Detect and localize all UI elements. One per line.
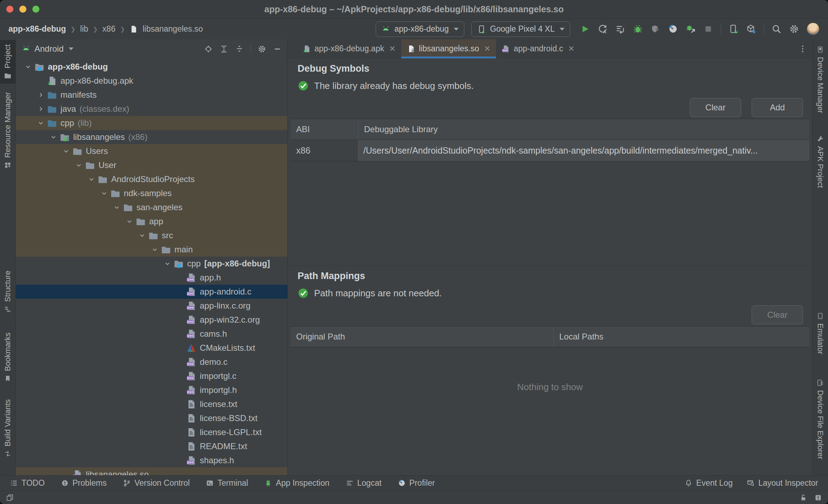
tree-item-san-angeles[interactable]: san-angeles — [16, 200, 287, 214]
attach-debugger-icon[interactable] — [686, 24, 696, 34]
device-manager-icon[interactable] — [728, 24, 739, 34]
tool-window-button-resource-manager[interactable]: Resource Manager — [0, 92, 15, 169]
chevron-down-icon[interactable] — [86, 175, 97, 183]
device-select[interactable]: Google Pixel 4 XL — [471, 21, 570, 37]
more-vert-icon[interactable] — [798, 39, 812, 58]
tool-window-button-device-file-explorer[interactable]: Device File Explorer — [813, 379, 828, 459]
tree-item-app-x86-debug[interactable]: app-x86-debug — [16, 60, 287, 74]
run-icon[interactable] — [580, 24, 590, 34]
tool-window-button-device-manager[interactable]: Device Manager — [813, 46, 828, 113]
tool-window-button-profiler[interactable]: Profiler — [398, 478, 435, 488]
project-view-selector[interactable]: Android — [34, 44, 64, 54]
tool-window-button-layout-inspector[interactable]: Layout Inspector — [747, 478, 818, 488]
add-button[interactable]: Add — [752, 98, 803, 117]
tree-item-shapes-h[interactable]: C++shapes.h — [16, 453, 287, 467]
chevron-down-icon[interactable] — [74, 161, 84, 169]
tree-item-users[interactable]: Users — [16, 144, 287, 158]
chevron-down-icon[interactable] — [69, 47, 74, 50]
tree-item-libsanangeles[interactable]: libsanangeles(x86) — [16, 130, 287, 144]
chevron-down-icon[interactable] — [162, 260, 173, 267]
tree-item-app[interactable]: app — [16, 214, 287, 228]
tree-item-src[interactable]: src — [16, 228, 287, 243]
tool-window-button-event-log[interactable]: Event Log — [684, 478, 733, 488]
tree-item-ndk-samples[interactable]: ndk-samples — [16, 186, 287, 200]
tree-item-importgl-c[interactable]: C++importgl.c — [16, 369, 287, 383]
tree-item-cpp[interactable]: cpp(lib) — [16, 116, 287, 130]
breadcrumb-item-app-x86-debug[interactable]: app-x86-debug — [8, 24, 66, 34]
chevron-right-icon[interactable] — [36, 91, 46, 99]
stop-icon[interactable] — [703, 24, 713, 34]
breadcrumb-item-libsanangeles-so[interactable]: libsanangeles.so — [142, 24, 203, 34]
avd-manager-icon[interactable] — [746, 24, 756, 34]
chevron-down-icon[interactable] — [137, 232, 147, 239]
tool-window-button-bookmarks[interactable]: Bookmarks — [0, 332, 15, 382]
sync-icon[interactable] — [615, 24, 625, 34]
locate-icon[interactable] — [204, 45, 213, 53]
breadcrumb-item-lib[interactable]: lib — [80, 24, 88, 34]
tool-window-button-problems[interactable]: Problems — [61, 478, 107, 488]
tree-item-license-lgpl-txt[interactable]: license-LGPL.txt — [16, 425, 287, 439]
settings-icon[interactable] — [789, 24, 799, 34]
tool-window-button-todo[interactable]: TODO — [10, 478, 45, 488]
tree-item-app-linx-c-org[interactable]: C++app-linx.c.org — [16, 299, 287, 313]
debug-icon[interactable] — [633, 24, 643, 34]
tab-libsanangeles-so[interactable]: libsanangeles.so✕ — [401, 39, 496, 58]
unlock-icon[interactable] — [799, 493, 808, 502]
tree-item-license-bsd-txt[interactable]: license-BSD.txt — [16, 411, 287, 425]
tree-item-cmakelists-txt[interactable]: CMakeLists.txt — [16, 341, 287, 355]
tree-item-androidstudioprojects[interactable]: AndroidStudioProjects — [16, 172, 287, 186]
tree-item-java[interactable]: java(classes.dex) — [16, 102, 287, 116]
chevron-down-icon[interactable] — [124, 218, 135, 225]
collapse-all-icon[interactable] — [235, 45, 244, 53]
tab-close-icon[interactable]: ✕ — [389, 44, 395, 53]
apply-changes-icon[interactable]: A — [598, 24, 608, 34]
chevron-down-icon[interactable] — [48, 133, 59, 141]
tab-app-android-c[interactable]: C++app-android.c✕ — [496, 39, 580, 58]
tool-window-button-build-variants[interactable]: Build Variants — [0, 399, 15, 458]
tab-close-icon[interactable]: ✕ — [484, 44, 490, 53]
profile-avatar[interactable] — [807, 22, 820, 35]
tree-item-importgl-h[interactable]: C++importgl.h — [16, 383, 287, 397]
search-everywhere-icon[interactable] — [771, 24, 782, 34]
tool-window-button-app-inspection[interactable]: App Inspection — [264, 478, 329, 488]
profile-icon[interactable] — [668, 24, 678, 34]
window-stack-icon[interactable] — [6, 493, 14, 502]
tool-window-button-project[interactable]: Project — [0, 40, 15, 84]
table-row[interactable]: x86 /Users/User/AndroidStudioProjects/nd… — [291, 140, 809, 161]
library-path-cell[interactable]: /Users/User/AndroidStudioProjects/ndk-sa… — [358, 140, 809, 161]
tree-item-libsanangeles-so[interactable]: C++libsanangeles.so — [16, 467, 287, 475]
shield-run-icon[interactable] — [650, 24, 661, 34]
chevron-down-icon[interactable] — [99, 189, 109, 197]
chevron-down-icon[interactable] — [149, 246, 160, 253]
tool-window-button-apk-project[interactable]: APK Project — [813, 135, 828, 188]
tree-item-app-win32-c-org[interactable]: C++app-win32.c.org — [16, 313, 287, 327]
chevron-right-icon[interactable] — [36, 105, 46, 113]
clear-button[interactable]: Clear — [752, 305, 803, 324]
tree-item-cams-h[interactable]: C++cams.h — [16, 327, 287, 341]
tool-window-button-terminal[interactable]: Terminal — [206, 478, 248, 488]
settings-icon[interactable] — [257, 45, 266, 53]
tree-item-demo-c[interactable]: C++demo.c — [16, 355, 287, 369]
tool-window-button-structure[interactable]: Structure — [0, 271, 15, 313]
tree-item-readme-txt[interactable]: README.txt — [16, 439, 287, 453]
clear-button[interactable]: Clear — [690, 98, 741, 117]
tree-item-license-txt[interactable]: license.txt — [16, 397, 287, 411]
tool-window-button-logcat[interactable]: Logcat — [346, 478, 382, 488]
tree-item-cpp[interactable]: cpp[app-x86-debug] — [16, 257, 287, 271]
chevron-down-icon[interactable] — [112, 203, 122, 211]
tree-item-app-x86-debug-apk[interactable]: app-x86-debug.apk — [16, 74, 287, 88]
hide-icon[interactable] — [273, 45, 282, 53]
tool-window-button-version-control[interactable]: Version Control — [123, 478, 190, 488]
tree-item-manifests[interactable]: manifests — [16, 88, 287, 102]
expand-all-icon[interactable] — [219, 45, 228, 53]
chevron-down-icon[interactable] — [36, 119, 46, 127]
tool-window-button-emulator[interactable]: Emulator — [813, 312, 828, 354]
run-configuration-select[interactable]: app-x86-debug — [376, 21, 464, 37]
chevron-down-icon[interactable] — [61, 147, 71, 155]
tree-item-app-h[interactable]: C++app.h — [16, 271, 287, 285]
tree-item-user[interactable]: User — [16, 158, 287, 172]
notifications-icon[interactable] — [814, 493, 822, 502]
tab-app-x86-debug-apk[interactable]: app-x86-debug.apk✕ — [297, 39, 401, 58]
chevron-down-icon[interactable] — [23, 63, 33, 71]
tab-close-icon[interactable]: ✕ — [568, 44, 574, 53]
